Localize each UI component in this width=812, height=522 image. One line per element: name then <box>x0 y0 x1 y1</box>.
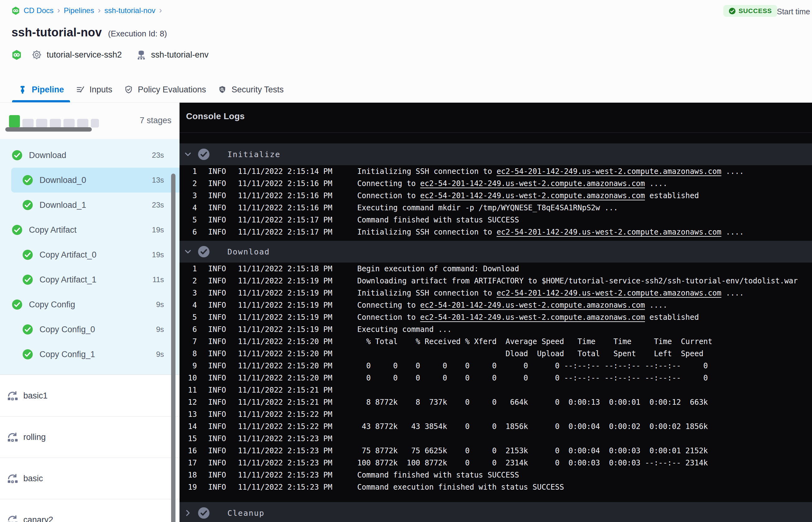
log-lines: 1INFO11/11/2022 2:15:18 PMBegin executio… <box>180 263 812 502</box>
log-timestamp: 11/11/2022 2:15:19 PM <box>238 313 332 322</box>
stage-row-copy-config-1[interactable]: Copy Config_19s <box>0 342 180 367</box>
log-timestamp: 11/11/2022 2:15:20 PM <box>238 349 332 358</box>
stage-row-copy-config-0[interactable]: Copy Config_09s <box>0 317 180 342</box>
log-message: Connection to ec2-54-201-142-249.us-west… <box>357 313 699 322</box>
loop-strategy-icon <box>6 472 19 485</box>
success-check-icon <box>12 299 22 310</box>
log-line-number: 16 <box>180 446 197 455</box>
stage-duration: 9s <box>156 350 180 359</box>
log-line-number: 3 <box>180 289 197 297</box>
stage-progress-segment-pending <box>36 119 47 127</box>
log-host-link[interactable]: ec2-54-201-142-249.us-west-2.compute.ama… <box>420 313 645 322</box>
log-timestamp: 11/11/2022 2:15:23 PM <box>238 446 332 455</box>
tab-security-tests[interactable]: Security Tests <box>212 77 290 102</box>
success-check-icon <box>22 274 33 285</box>
success-check-icon <box>22 324 33 335</box>
section-name: Cleanup <box>227 509 264 518</box>
section-name: Download <box>227 247 270 256</box>
log-timestamp: 11/11/2022 2:15:23 PM <box>238 483 332 491</box>
gear-icon <box>31 49 42 60</box>
tab-inputs[interactable]: Inputs <box>70 77 119 102</box>
log-level: INFO <box>208 216 226 224</box>
log-host-link[interactable]: ec2-54-201-142-249.us-west-2.compute.ama… <box>420 179 645 188</box>
environment-icon <box>136 49 147 60</box>
log-message: 100 8772k 100 8772k 0 0 2314k 0 0:00:03 … <box>357 459 708 467</box>
stage-name: Copy Config <box>29 300 156 309</box>
sidebar-vertical-scrollbar[interactable] <box>171 174 176 522</box>
log-line: 14INFO11/11/2022 2:15:22 PM 43 8772k 43 … <box>180 420 812 433</box>
service-chip[interactable]: tutorial-service-ssh2 <box>31 49 122 60</box>
tab-policy-evaluations[interactable]: Policy Evaluations <box>118 77 212 102</box>
log-message: Connection to ec2-54-201-142-249.us-west… <box>357 191 699 200</box>
log-line-number: 8 <box>180 349 197 358</box>
breadcrumb-link-cd-docs[interactable]: CD Docs <box>24 6 54 15</box>
stage-graph-horizontal-scrollbar[interactable] <box>5 127 92 132</box>
execution-name: canary2 <box>23 515 53 522</box>
section-name: Initialize <box>227 150 281 159</box>
log-timestamp: 11/11/2022 2:15:23 PM <box>238 471 332 479</box>
log-level: INFO <box>208 434 226 443</box>
status-badge: SUCCESS <box>723 5 777 17</box>
chevron-down-icon[interactable] <box>184 150 192 158</box>
log-level: INFO <box>208 179 226 188</box>
tab-pipeline[interactable]: Pipeline <box>12 77 70 102</box>
log-line: 3INFO11/11/2022 2:15:16 PMConnection to … <box>180 189 812 202</box>
log-timestamp: 11/11/2022 2:15:19 PM <box>238 301 332 309</box>
log-line-number: 11 <box>180 386 197 395</box>
stage-name: Download_1 <box>40 200 152 210</box>
breadcrumb-link-pipelines[interactable]: Pipelines <box>64 6 94 15</box>
log-level: INFO <box>208 313 226 322</box>
log-section-download[interactable]: Download <box>180 241 812 263</box>
log-line: 19INFO11/11/2022 2:15:23 PMCommand execu… <box>180 481 812 493</box>
log-line-number: 15 <box>180 434 197 443</box>
execution-row-canary2[interactable]: canary2 <box>0 499 180 522</box>
environment-chip[interactable]: ssh-tutorial-env <box>136 49 209 60</box>
execution-row-basic1[interactable]: basic1 <box>0 375 180 417</box>
log-section-initialize[interactable]: Initialize <box>180 143 812 165</box>
log-level: INFO <box>208 301 226 309</box>
log-timestamp: 11/11/2022 2:15:16 PM <box>238 203 332 212</box>
stage-row-copy-config[interactable]: Copy Config9s <box>0 292 180 317</box>
stage-row-download-1[interactable]: Download_123s <box>0 193 180 218</box>
breadcrumb: CD Docs›Pipelines›ssh-tutorial-nov› <box>12 6 162 15</box>
log-message: Downloading artifact from ARTIFACTORY to… <box>357 277 798 285</box>
log-host-link[interactable]: ec2-54-201-142-249.us-west-2.compute.ama… <box>496 167 721 176</box>
stage-row-copy-artifact-0[interactable]: Copy Artifact_019s <box>0 242 180 267</box>
log-line: 6INFO11/11/2022 2:15:17 PMInitializing S… <box>180 226 812 238</box>
log-level: INFO <box>208 471 226 479</box>
log-host-link[interactable]: ec2-54-201-142-249.us-west-2.compute.ama… <box>496 289 721 297</box>
stage-row-download[interactable]: Download23s <box>0 143 180 168</box>
log-host-link[interactable]: ec2-54-201-142-249.us-west-2.compute.ama… <box>420 191 645 200</box>
chevron-right-icon[interactable] <box>184 509 192 517</box>
log-section-cleanup[interactable]: Cleanup <box>180 502 812 522</box>
log-level: INFO <box>208 446 226 455</box>
log-host-link[interactable]: ec2-54-201-142-249.us-west-2.compute.ama… <box>496 228 721 236</box>
stage-progress-segment-pending <box>63 119 75 127</box>
loop-strategy-icon <box>6 431 19 443</box>
stage-row-copy-artifact-1[interactable]: Copy Artifact_111s <box>0 267 180 292</box>
log-line-number: 7 <box>180 337 197 346</box>
log-level: INFO <box>208 191 226 200</box>
log-message: 0 0 0 0 0 0 0 0 --:--:-- --:--:-- --:--:… <box>357 374 708 382</box>
log-timestamp: 11/11/2022 2:15:16 PM <box>238 191 332 200</box>
breadcrumb-link-ssh-tutorial-nov[interactable]: ssh-tutorial-nov <box>104 6 155 15</box>
log-line: 13INFO11/11/2022 2:15:22 PM <box>180 408 812 420</box>
stage-row-download-0[interactable]: Download_013s <box>11 168 180 193</box>
stage-row-copy-artifact[interactable]: Copy Artifact19s <box>0 218 180 242</box>
success-check-icon <box>22 349 33 360</box>
log-message: Begin execution of command: Download <box>357 264 519 273</box>
harness-cd-icon <box>12 50 22 60</box>
log-line-number: 5 <box>180 313 197 322</box>
execution-row-basic[interactable]: basic <box>0 458 180 499</box>
execution-row-rolling[interactable]: rolling <box>0 417 180 458</box>
log-level: INFO <box>208 228 226 236</box>
chevron-right-icon: › <box>57 6 60 14</box>
log-message: Command finished with status SUCCESS <box>357 216 519 224</box>
stage-progress-segment-pending <box>50 119 61 127</box>
log-line-number: 18 <box>180 471 197 479</box>
log-line-number: 9 <box>180 361 197 370</box>
log-host-link[interactable]: ec2-54-201-142-249.us-west-2.compute.ama… <box>420 301 645 309</box>
success-check-icon <box>22 249 33 260</box>
chevron-down-icon[interactable] <box>184 248 192 256</box>
log-line-number: 1 <box>180 264 197 273</box>
